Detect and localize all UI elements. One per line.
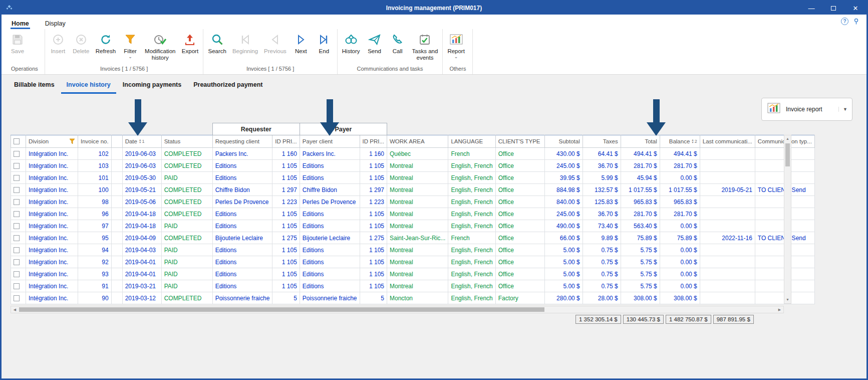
column-header-subtotal[interactable]: Subtotal [544, 135, 583, 148]
column-header-invoice_no[interactable]: Invoice no. [78, 135, 112, 148]
chevron-down-icon[interactable]: ▼ [838, 107, 847, 112]
cell-subtotal[interactable]: 5.00 $ [544, 256, 583, 268]
row-checkbox[interactable] [14, 163, 20, 169]
cell-req_id[interactable]: 1 105 [272, 160, 300, 172]
cell-taxes[interactable]: 0.75 $ [583, 268, 621, 280]
beginning-button[interactable]: Beginning [229, 32, 261, 55]
cell-last_comm[interactable] [700, 172, 755, 184]
column-header-status[interactable]: Status [161, 135, 212, 148]
cell-invoice_no[interactable]: 91 [78, 280, 112, 292]
cell-balance[interactable]: 75.89 $ [660, 232, 700, 244]
horizontal-scrollbar[interactable]: ◀ ▶ [11, 306, 784, 313]
cell-req_id[interactable]: 1 105 [272, 244, 300, 256]
tasks-and-events-button[interactable]: Tasks and events [409, 32, 441, 61]
cell-last_comm[interactable] [700, 160, 755, 172]
cell-payer_client[interactable]: Chiffre Bidon [300, 184, 360, 196]
refresh-button[interactable]: Refresh [93, 32, 119, 55]
cell-req_id[interactable]: 1 297 [272, 184, 300, 196]
close-button[interactable]: ✕ [844, 2, 866, 15]
cell-payer_id[interactable]: 1 160 [360, 148, 387, 160]
cell-req_id[interactable]: 1 223 [272, 196, 300, 208]
cell-spacer[interactable] [111, 244, 122, 256]
cell-work_area[interactable]: Montreal [387, 220, 448, 232]
cell-invoice_no[interactable]: 100 [78, 184, 112, 196]
cell-taxes[interactable]: 36.70 $ [583, 160, 621, 172]
search-button[interactable]: Search [205, 32, 229, 55]
cell-work_area[interactable]: Montreal [387, 244, 448, 256]
cell-work_area[interactable]: Saint-Jean-Sur-Ric... [387, 232, 448, 244]
cell-spacer[interactable] [111, 148, 122, 160]
cell-invoice_no[interactable]: 98 [78, 196, 112, 208]
cell-requesting_client[interactable]: Chiffre Bidon [212, 184, 272, 196]
row-checkbox[interactable] [14, 175, 20, 181]
horizontal-scroll-thumb[interactable] [19, 307, 544, 312]
cell-payer_id[interactable]: 1 297 [360, 184, 387, 196]
cell-clients_type[interactable]: Office [495, 232, 544, 244]
cell-payer_client[interactable]: Editions [300, 268, 360, 280]
cell-division[interactable]: Intégration Inc. [26, 268, 78, 280]
cell-payer_id[interactable]: 5 [360, 292, 387, 304]
cell-requesting_client[interactable]: Editions [212, 244, 272, 256]
row-checkbox[interactable] [14, 187, 20, 193]
cell-subtotal[interactable]: 840.00 $ [544, 196, 583, 208]
cell-last_comm[interactable] [700, 208, 755, 220]
cell-requesting_client[interactable]: Poissonnerie fraiche [212, 292, 272, 304]
cell-invoice_no[interactable]: 97 [78, 220, 112, 232]
cell-requesting_client[interactable]: Editions [212, 172, 272, 184]
cell-date[interactable]: 2019-06-03 [122, 160, 161, 172]
cell-taxes[interactable]: 28.00 $ [583, 292, 621, 304]
cell-date[interactable]: 2019-03-21 [122, 280, 161, 292]
cell-last_comm[interactable] [700, 220, 755, 232]
cell-req_id[interactable]: 1 160 [272, 148, 300, 160]
insert-button[interactable]: Insert [47, 32, 70, 55]
cell-language[interactable]: English, French [448, 220, 495, 232]
cell-payer_id[interactable]: 1 105 [360, 208, 387, 220]
cell-balance[interactable]: 0.00 $ [660, 280, 700, 292]
column-header-checkbox[interactable] [11, 135, 26, 148]
cell-date[interactable]: 2019-05-21 [122, 184, 161, 196]
minimize-button[interactable]: — [800, 2, 822, 15]
cell-payer_client[interactable]: Poissonnerie fraiche [300, 292, 360, 304]
cell-balance[interactable]: 1 017.55 $ [660, 184, 700, 196]
cell-payer_client[interactable]: Editions [300, 256, 360, 268]
history-button[interactable]: History [339, 32, 363, 55]
table-row[interactable]: Intégration Inc.942019-04-03PAIDEditions… [11, 244, 815, 256]
cell-status[interactable]: COMPLETED [161, 292, 212, 304]
cell-language[interactable]: English, French [448, 292, 495, 304]
cell-taxes[interactable]: 125.83 $ [583, 196, 621, 208]
cell-checkbox[interactable] [11, 268, 26, 280]
column-header-division[interactable]: Division [26, 135, 78, 148]
cell-subtotal[interactable]: 66.00 $ [544, 232, 583, 244]
cell-checkbox[interactable] [11, 292, 26, 304]
cell-subtotal[interactable]: 280.00 $ [544, 292, 583, 304]
cell-language[interactable]: English, French [448, 208, 495, 220]
cell-payer_id[interactable]: 1 105 [360, 280, 387, 292]
column-header-spacer[interactable] [111, 135, 122, 148]
cell-last_comm[interactable]: 2019-05-21 [700, 184, 755, 196]
cell-division[interactable]: Intégration Inc. [26, 184, 78, 196]
cell-subtotal[interactable]: 5.00 $ [544, 280, 583, 292]
row-checkbox[interactable] [14, 199, 20, 205]
vertical-scroll-thumb[interactable] [785, 143, 790, 166]
cell-subtotal[interactable]: 5.00 $ [544, 244, 583, 256]
cell-balance[interactable]: 0.00 $ [660, 172, 700, 184]
cell-checkbox[interactable] [11, 256, 26, 268]
cell-invoice_no[interactable]: 90 [78, 292, 112, 304]
cell-status[interactable]: COMPLETED [161, 208, 212, 220]
scroll-up-icon[interactable]: ▲ [784, 135, 791, 142]
cell-spacer[interactable] [111, 196, 122, 208]
cell-taxes[interactable]: 73.40 $ [583, 220, 621, 232]
cell-last_comm[interactable] [700, 196, 755, 208]
cell-total[interactable]: 75.89 $ [621, 232, 660, 244]
filter-button[interactable]: Filter⌄ [119, 32, 142, 58]
cell-division[interactable]: Intégration Inc. [26, 172, 78, 184]
column-header-balance[interactable]: Balance▲▼2 [660, 135, 700, 148]
cell-division[interactable]: Intégration Inc. [26, 208, 78, 220]
cell-payer_client[interactable]: Editions [300, 172, 360, 184]
cell-work_area[interactable]: Montreal [387, 268, 448, 280]
cell-spacer[interactable] [111, 280, 122, 292]
tab-incoming-payments[interactable]: Incoming payments [117, 77, 187, 94]
cell-balance[interactable]: 494.41 $ [660, 148, 700, 160]
cell-last_comm[interactable] [700, 256, 755, 268]
cell-clients_type[interactable]: Office [495, 268, 544, 280]
